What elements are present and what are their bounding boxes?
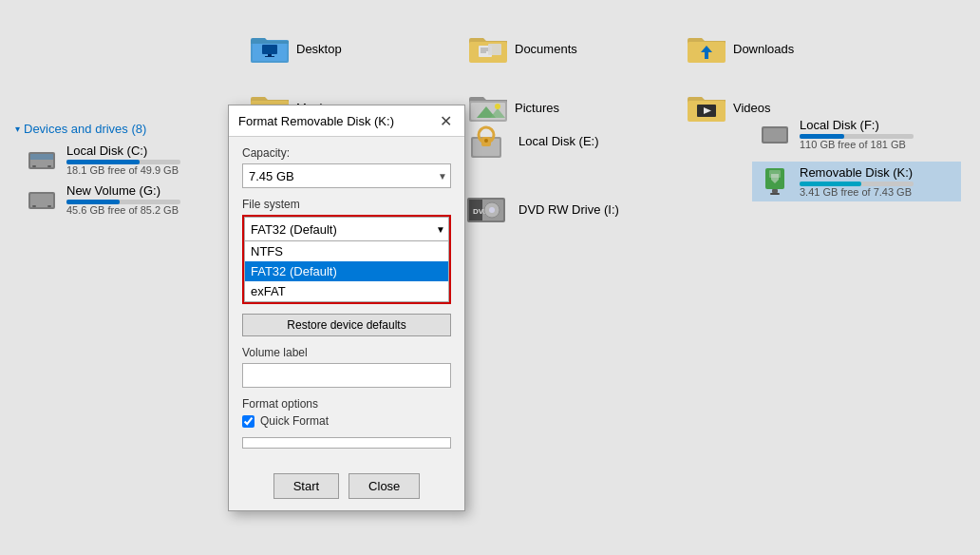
modal-titlebar: Format Removable Disk (K:) ✕: [229, 105, 464, 137]
format-options-group: Format options Quick Format: [242, 397, 451, 428]
filesystem-group: File system FAT32 (Default) ▼ NTFS FAT32…: [242, 198, 451, 304]
modal-overlay: Format Removable Disk (K:) ✕ Capacity: 7…: [0, 0, 980, 555]
progress-area: [242, 437, 451, 449]
volume-label-label: Volume label: [242, 346, 451, 359]
capacity-group: Capacity: 7.45 GB ▼: [242, 146, 451, 188]
restore-defaults-button[interactable]: Restore device defaults: [242, 314, 451, 336]
capacity-select[interactable]: 7.45 GB: [242, 163, 451, 188]
volume-label-input[interactable]: [242, 363, 451, 388]
modal-body: Capacity: 7.45 GB ▼ File system FAT32 (D…: [229, 137, 464, 466]
progress-track: [242, 437, 451, 449]
filesystem-selected[interactable]: FAT32 (Default) ▼: [244, 217, 449, 241]
dropdown-arrow-icon: ▼: [436, 224, 445, 235]
capacity-select-wrapper: 7.45 GB ▼: [242, 163, 451, 188]
filesystem-label: File system: [242, 198, 451, 211]
filesystem-dropdown[interactable]: FAT32 (Default) ▼ NTFS FAT32 (Default) e…: [242, 215, 451, 304]
fs-option-fat32[interactable]: FAT32 (Default): [245, 261, 448, 281]
fs-option-ntfs[interactable]: NTFS: [245, 241, 448, 261]
close-button[interactable]: Close: [349, 473, 420, 499]
modal-close-button[interactable]: ✕: [436, 111, 455, 130]
quick-format-label[interactable]: Quick Format: [260, 414, 329, 428]
format-options-label: Format options: [242, 397, 451, 411]
fs-option-exfat[interactable]: exFAT: [245, 281, 448, 301]
capacity-label: Capacity:: [242, 146, 451, 160]
quick-format-row: Quick Format: [242, 414, 451, 428]
volume-label-group: Volume label: [242, 346, 451, 388]
modal-title: Format Removable Disk (K:): [238, 114, 394, 128]
quick-format-checkbox[interactable]: [242, 415, 254, 428]
filesystem-options-list: NTFS FAT32 (Default) exFAT: [244, 241, 449, 302]
start-button[interactable]: Start: [273, 473, 339, 499]
modal-footer: Start Close: [229, 466, 464, 510]
format-dialog: Format Removable Disk (K:) ✕ Capacity: 7…: [228, 105, 465, 511]
